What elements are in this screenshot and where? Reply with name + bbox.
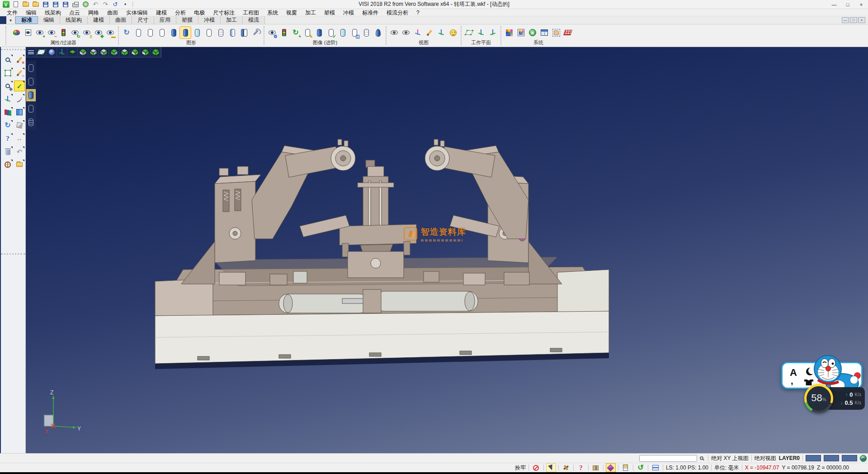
mesh-display-icon[interactable] [215,27,226,38]
menu-edit[interactable]: 编辑 [22,9,41,16]
render-sphere-icon[interactable] [47,47,57,57]
measure-distance-icon[interactable]: ↔ [14,133,24,143]
auto-rotate-icon[interactable]: ↺ [636,464,645,472]
strip-wireframe-icon[interactable] [27,62,35,74]
render-settings-icon[interactable]: ⚙ [267,27,278,38]
absolute-view-mode[interactable]: 绝对视图 [755,455,776,462]
redo-icon[interactable]: ↷ [101,1,109,8]
edit-shading-icon[interactable]: ✎ [302,27,313,38]
new-file-icon[interactable] [12,1,20,8]
window-config-icon[interactable] [539,27,550,38]
workplane-axes-icon[interactable] [476,27,486,38]
project-folder-icon[interactable] [14,160,24,170]
view-sketch-icon[interactable] [424,27,435,38]
menu-window[interactable]: 视窗 [282,9,301,16]
regen-shading-icon[interactable]: ↻+ [290,27,301,38]
shaded-plane-icon[interactable] [36,47,47,57]
menu-system[interactable]: 系统 [263,9,282,16]
strip-ghost-icon[interactable] [27,103,35,114]
solid-clip-icon[interactable]: ◫ [349,27,360,38]
lock-toggle[interactable]: 拴牢 [515,464,526,472]
solid-cube-icon[interactable] [14,120,24,130]
modify-attributes-icon[interactable] [11,27,22,38]
menu-flow-analysis[interactable]: 模流分析 [382,9,412,16]
ucs-axis-icon[interactable] [3,94,13,104]
display-settings-icon[interactable] [250,27,261,38]
view-next-icon[interactable] [401,27,411,38]
tools-hammer-icon[interactable] [561,464,571,472]
layers-palette-icon[interactable] [3,107,13,117]
menu-die[interactable]: 冲模 [339,9,358,16]
view-axis-icon[interactable] [412,27,423,38]
shaded-display-icon[interactable] [168,27,179,38]
multi-body-display-icon[interactable] [227,27,238,38]
delete-sketch-icon[interactable]: × [14,55,24,65]
ghost-display-icon[interactable] [203,27,214,38]
workplane-define-icon[interactable] [464,27,475,38]
close-button[interactable]: × [854,0,868,9]
view-dynamic-icon[interactable] [436,27,447,38]
package-icon[interactable] [591,464,600,472]
hide-entities-icon[interactable]: − [46,27,57,38]
view-iso-right-icon[interactable] [151,47,161,57]
filter-trafficlight-icon[interactable] [58,27,69,38]
mdi-minimize-button[interactable]: — [842,17,849,23]
ucs-display-icon[interactable] [606,464,615,472]
open-file-icon[interactable] [22,1,30,8]
solid-transparent-icon[interactable] [337,27,348,38]
menu-solid-edit[interactable]: 实体编辑 [122,9,152,16]
menu-machining[interactable]: 加工 [301,9,320,16]
sketch-circle-icon[interactable]: ○ [14,68,24,78]
tab-wireframe[interactable]: 线架构 [60,16,88,24]
globe-icon[interactable] [860,455,867,462]
viewport-3d[interactable]: Z Y X [26,47,868,453]
solid-color-icon[interactable] [314,27,325,38]
minimize-button[interactable]: — [827,0,841,9]
shaded-edges-display-icon[interactable] [180,27,191,38]
context-help-icon[interactable]: ? [576,464,585,472]
menu-dimension[interactable]: 尺寸标注 [209,9,239,16]
menu-wireframe[interactable]: 线架构 [41,9,65,16]
tab-flow[interactable]: 模流 [243,16,265,24]
preview-icon[interactable] [81,1,90,8]
import-file-icon[interactable] [32,1,40,8]
strip-shaded-icon[interactable] [27,90,35,101]
validate-icon[interactable]: ✓ [14,81,24,91]
tab-modeling[interactable]: 建模 [88,16,110,24]
viewport-menu-icon[interactable] [26,47,36,57]
view-iso-left-icon[interactable] [140,47,151,57]
redraw-icon[interactable]: ↻ [121,27,132,38]
render-trafficlight-icon[interactable] [278,27,289,38]
layer-indicator[interactable]: LAYER0 [779,455,800,461]
menu-standard-parts[interactable]: 标准件 [358,9,382,16]
toggle-visibility-icon[interactable]: ± [81,27,92,38]
menu-pointcloud[interactable]: 点云 [65,9,84,16]
system-tools-icon[interactable] [527,27,538,38]
color-table-icon[interactable] [504,27,514,38]
view-front-icon[interactable] [88,47,99,57]
regenerate-icon[interactable]: ↺ [111,1,119,8]
show-all-icon[interactable]: ✚ [93,27,104,38]
qat-dropdown-icon[interactable]: ▾ [121,1,129,8]
menu-electrode[interactable]: 电极 [190,9,209,16]
pin-view-icon[interactable] [373,27,383,38]
delete-icon[interactable] [3,147,13,156]
refresh-view-icon[interactable]: ↻ [3,120,13,130]
tab-dropdown-icon[interactable]: ▾ [6,16,15,24]
command-search-input[interactable] [639,455,697,462]
workplane-align-icon[interactable] [487,27,498,38]
selection-hand-icon[interactable] [551,27,561,38]
undo-icon[interactable]: ↶ [14,147,24,156]
tab-dimension[interactable]: 尺寸 [132,16,154,24]
view-back-icon[interactable] [119,47,130,57]
color-swatch-3[interactable] [842,455,857,461]
axis-orientation-icon[interactable] [57,47,67,57]
grid-snap-icon[interactable] [562,27,573,38]
mdi-close-button[interactable]: × [858,17,865,23]
view-top-icon[interactable] [67,47,78,57]
maximize-button[interactable]: □ [841,0,854,9]
save-icon[interactable] [42,1,50,8]
view-bottom-icon[interactable] [130,47,140,57]
solid-validate-icon[interactable]: ✓ [326,27,336,38]
menu-mesh[interactable]: 网格 [84,9,103,16]
